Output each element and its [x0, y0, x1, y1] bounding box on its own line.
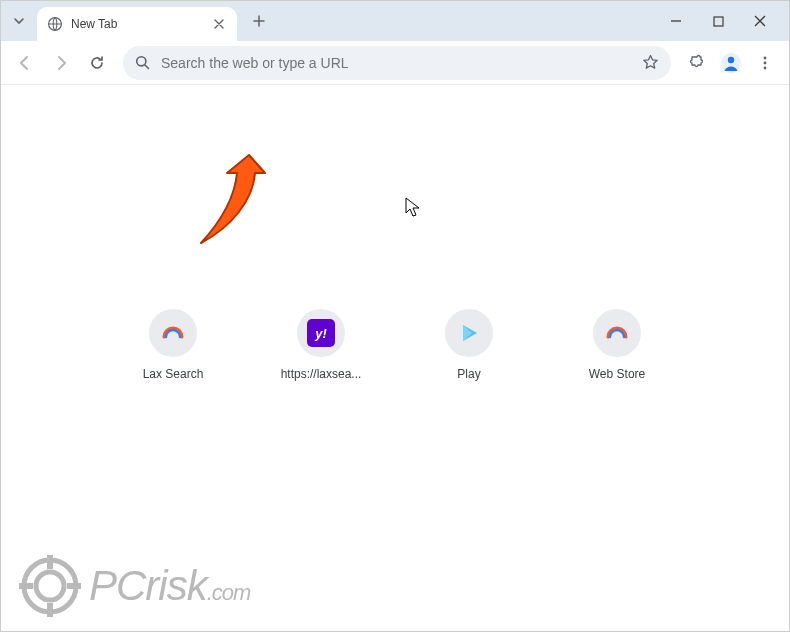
shortcut-label: https://laxsea...: [281, 367, 362, 381]
watermark: PCrisk.com: [19, 555, 250, 617]
shortcut-icon-container: [149, 309, 197, 357]
shortcut-icon-container: y!: [297, 309, 345, 357]
reload-button[interactable]: [81, 47, 113, 79]
plus-icon: [253, 15, 265, 27]
close-tab-button[interactable]: [211, 16, 227, 32]
maximize-button[interactable]: [701, 7, 735, 35]
omnibox-input[interactable]: [161, 55, 631, 71]
new-tab-page: Lax Search y! https://laxsea... Play Web…: [1, 85, 789, 631]
svg-rect-11: [47, 603, 53, 617]
shortcut-label: Play: [457, 367, 480, 381]
svg-point-8: [24, 560, 76, 612]
minimize-icon: [670, 15, 682, 27]
shortcut-label: Lax Search: [143, 367, 204, 381]
bookmark-button[interactable]: [641, 54, 659, 72]
chrome-menu-button[interactable]: [749, 47, 781, 79]
cursor-icon: [405, 197, 421, 221]
close-icon: [754, 15, 766, 27]
svg-point-6: [764, 61, 767, 64]
window-controls: [659, 7, 785, 35]
target-icon: [19, 555, 81, 617]
arc-icon: [604, 320, 630, 346]
svg-rect-1: [714, 17, 723, 26]
address-bar[interactable]: [123, 46, 671, 80]
more-vert-icon: [757, 55, 773, 71]
svg-point-7: [764, 66, 767, 69]
shortcut-icon-container: [445, 309, 493, 357]
svg-rect-13: [67, 583, 81, 589]
shortcut-lax-search[interactable]: Lax Search: [125, 309, 221, 381]
svg-point-9: [36, 572, 64, 600]
arrow-right-icon: [52, 54, 70, 72]
svg-rect-12: [19, 583, 33, 589]
shortcut-label: Web Store: [589, 367, 645, 381]
star-icon: [642, 54, 659, 71]
extensions-button[interactable]: [681, 47, 713, 79]
arrow-left-icon: [16, 54, 34, 72]
minimize-button[interactable]: [659, 7, 693, 35]
profile-button[interactable]: [717, 49, 745, 77]
reload-icon: [88, 54, 106, 72]
svg-point-4: [728, 56, 734, 62]
watermark-brand: PCrisk: [89, 562, 207, 609]
tab-title: New Tab: [71, 17, 203, 31]
back-button[interactable]: [9, 47, 41, 79]
shortcut-web-store[interactable]: Web Store: [569, 309, 665, 381]
chevron-down-icon: [13, 15, 25, 27]
toolbar: [1, 41, 789, 85]
watermark-text: PCrisk.com: [89, 562, 250, 610]
shortcuts-row: Lax Search y! https://laxsea... Play Web…: [1, 309, 789, 381]
watermark-suffix: .com: [207, 580, 251, 605]
browser-window: New Tab: [0, 0, 790, 632]
play-store-icon: [457, 321, 481, 345]
avatar-icon: [720, 52, 742, 74]
yahoo-icon: y!: [307, 319, 335, 347]
browser-tab[interactable]: New Tab: [37, 7, 237, 41]
shortcut-play[interactable]: Play: [421, 309, 517, 381]
tab-search-button[interactable]: [5, 7, 33, 35]
annotation-arrow: [179, 145, 299, 269]
arc-icon: [160, 320, 186, 346]
globe-icon: [47, 16, 63, 32]
close-icon: [214, 19, 224, 29]
puzzle-icon: [689, 54, 706, 71]
tab-strip: New Tab: [1, 1, 789, 41]
shortcut-laxsearch-url[interactable]: y! https://laxsea...: [273, 309, 369, 381]
svg-rect-10: [47, 555, 53, 569]
close-window-button[interactable]: [743, 7, 777, 35]
new-tab-button[interactable]: [245, 7, 273, 35]
forward-button[interactable]: [45, 47, 77, 79]
maximize-icon: [713, 16, 724, 27]
search-icon: [135, 55, 151, 71]
shortcut-icon-container: [593, 309, 641, 357]
svg-point-5: [764, 56, 767, 59]
